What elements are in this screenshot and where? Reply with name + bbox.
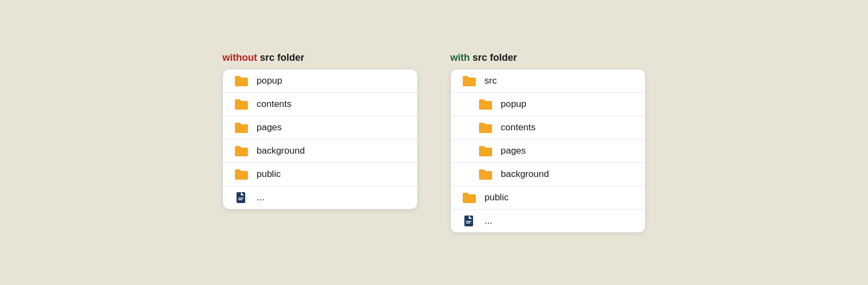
right-folder-panel: src popup contents pages bbox=[450, 69, 646, 233]
list-item: popup bbox=[451, 93, 645, 116]
svg-rect-2 bbox=[238, 199, 242, 200]
list-item: contents bbox=[223, 93, 417, 116]
left-panel-wrapper: without src folder popup contents pages bbox=[222, 52, 418, 210]
folder-icon bbox=[234, 98, 249, 110]
folder-icon bbox=[478, 98, 493, 110]
folder-icon bbox=[478, 145, 493, 157]
svg-rect-4 bbox=[466, 221, 471, 222]
item-label: pages bbox=[501, 145, 526, 156]
list-item: ... bbox=[451, 210, 645, 232]
file-icon bbox=[234, 192, 249, 204]
list-item: pages bbox=[451, 140, 645, 163]
folder-icon bbox=[462, 192, 477, 204]
item-label: popup bbox=[501, 99, 526, 110]
folder-icon bbox=[234, 168, 249, 180]
item-label: public bbox=[257, 169, 280, 180]
left-title-rest: src folder bbox=[257, 52, 304, 63]
folder-icon bbox=[478, 168, 493, 180]
left-title-keyword: without bbox=[222, 52, 257, 63]
right-panel-wrapper: with src folder src popup contents bbox=[450, 52, 646, 233]
right-title-rest: src folder bbox=[470, 52, 517, 63]
list-item: contents bbox=[451, 116, 645, 140]
list-item: pages bbox=[223, 116, 417, 140]
file-icon bbox=[462, 215, 477, 227]
folder-icon bbox=[234, 75, 249, 87]
list-item: background bbox=[223, 140, 417, 163]
list-item: src bbox=[451, 69, 645, 93]
list-item: ... bbox=[223, 186, 417, 209]
item-label: contents bbox=[501, 122, 535, 133]
list-item: popup bbox=[223, 69, 417, 93]
list-item: background bbox=[451, 163, 645, 186]
list-item: public bbox=[451, 186, 645, 210]
right-title-keyword: with bbox=[450, 52, 470, 63]
svg-rect-5 bbox=[466, 223, 470, 224]
left-panel-title: without src folder bbox=[222, 52, 304, 64]
item-label: contents bbox=[257, 99, 291, 110]
item-label: background bbox=[257, 145, 305, 156]
folder-icon bbox=[234, 145, 249, 157]
svg-rect-1 bbox=[238, 198, 244, 199]
item-label: ... bbox=[484, 216, 492, 226]
folder-icon bbox=[234, 122, 249, 134]
item-label: ... bbox=[257, 192, 264, 203]
item-label: src bbox=[484, 75, 497, 86]
left-folder-panel: popup contents pages background bbox=[222, 69, 418, 210]
item-label: public bbox=[484, 192, 508, 203]
item-label: pages bbox=[257, 122, 282, 133]
folder-icon bbox=[462, 75, 477, 87]
item-label: popup bbox=[257, 75, 282, 86]
list-item: public bbox=[223, 163, 417, 186]
item-label: background bbox=[501, 169, 549, 180]
right-panel-title: with src folder bbox=[450, 52, 517, 64]
main-container: without src folder popup contents pages bbox=[222, 52, 646, 233]
folder-icon bbox=[478, 122, 493, 134]
